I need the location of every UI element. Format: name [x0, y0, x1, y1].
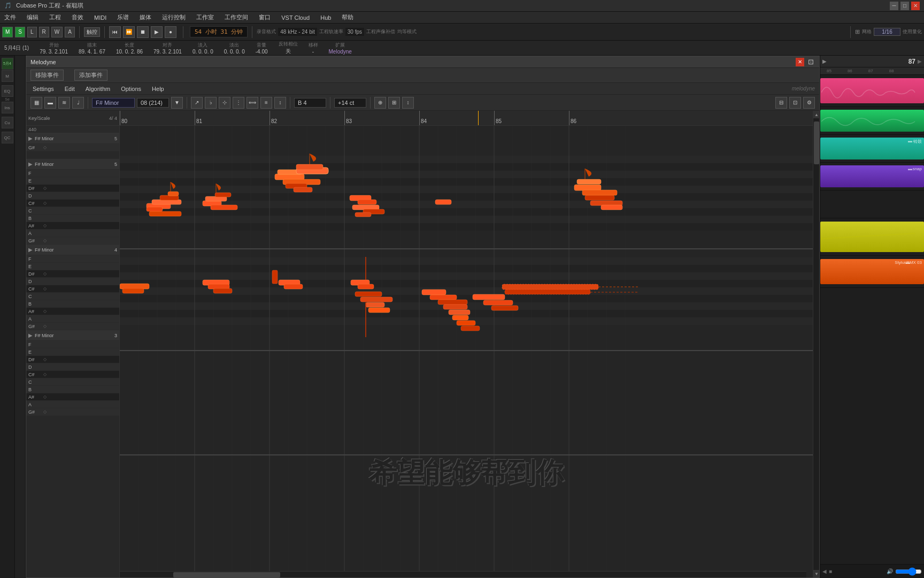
menu-transport[interactable]: 运行控制 [160, 12, 188, 22]
transport-s-button[interactable]: S [15, 27, 25, 37]
record-button[interactable]: ● [165, 26, 176, 38]
maximize-button[interactable]: □ [900, 2, 909, 10]
key-c#: C#◇ [26, 200, 119, 207]
right-footer-volume-slider[interactable] [895, 569, 922, 574]
section-3-arrow[interactable]: ▶ [28, 332, 33, 338]
melodyne-menu-help[interactable]: Help [150, 85, 166, 93]
pitch-offset-display[interactable]: +14 ct [334, 98, 366, 108]
section-5-number: 5 [114, 136, 117, 141]
key-g#-sharp: ◇ [43, 238, 47, 243]
close-button[interactable]: ✕ [911, 2, 920, 10]
key-g#-3: G#◇ [26, 408, 119, 416]
menu-hub[interactable]: Hub [318, 13, 333, 22]
melodyne-menu-algorithm[interactable]: Algorithm [83, 85, 112, 93]
rewind-button[interactable]: ⏮ [109, 26, 121, 38]
scroll-down-button[interactable]: ▼ [813, 570, 819, 577]
melodyne-menu-edit[interactable]: Edit [63, 85, 77, 93]
right-panel-header: ▶ 87 ▶ [820, 56, 924, 67]
right-footer-stop[interactable]: ■ [829, 568, 832, 574]
key-f: F [26, 170, 119, 177]
menu-audio[interactable]: 音效 [70, 12, 86, 22]
melodyne-close-button[interactable]: ✕ [796, 58, 804, 66]
num-down-button[interactable]: ▼ [171, 97, 183, 109]
melodyne-expand-button[interactable]: ⊡ [806, 58, 815, 66]
right-panel-label: ▶ [822, 58, 827, 64]
select-tool[interactable]: ⊹ [219, 97, 230, 109]
settings-icon-button[interactable]: ⚙ [803, 97, 815, 109]
menu-midi[interactable]: MIDI [92, 13, 109, 22]
arrow-tool[interactable]: ↗ [191, 97, 203, 109]
melodyne-h-scrollbar[interactable] [120, 571, 806, 577]
pitch-tool[interactable]: ♭ [205, 97, 217, 109]
time-tool[interactable]: ⟺ [247, 97, 258, 109]
sidebar-item-date[interactable]: 5月4 [2, 58, 13, 70]
menu-media[interactable]: 媒体 [137, 12, 153, 22]
melodyne-v-scrollbar[interactable]: ▲ ▼ [813, 111, 819, 577]
note-editor[interactable]: 80 81 82 83 84 85 86 [120, 111, 813, 577]
melodyne-menu-settings[interactable]: Settings [30, 85, 56, 93]
menu-vst[interactable]: VST Cloud [279, 13, 312, 22]
menu-window[interactable]: 窗口 [257, 12, 273, 22]
section-4-arrow[interactable]: ▶ [28, 247, 33, 253]
sidebar-item-qc[interactable]: QC [2, 132, 13, 143]
key-f-3: F [26, 341, 119, 348]
minimize-button[interactable]: ─ [890, 2, 898, 10]
v-scroll-thumb[interactable] [814, 121, 819, 164]
beat-display[interactable]: B 4 [294, 98, 326, 108]
scroll-up-button[interactable]: ▲ [813, 111, 819, 118]
zoom-button[interactable]: ⊡ [789, 97, 801, 109]
track-empty-1 [820, 191, 924, 218]
split-tool[interactable]: ⋮ [233, 97, 244, 109]
sidebar-item-m[interactable]: M [2, 70, 13, 82]
sidebar-item-ins[interactable]: Ins [2, 102, 13, 113]
app-icon: 🎵 [4, 2, 12, 9]
note-canvas[interactable]: 希望能够帮到你 [120, 126, 813, 577]
toolbar-note-button[interactable]: ♩ [72, 97, 84, 109]
sidebar-item-eq[interactable]: EQ [2, 85, 13, 97]
menu-file[interactable]: 文件 [2, 12, 18, 22]
menu-project[interactable]: 工程 [47, 12, 63, 22]
form-tool[interactable]: ↕ [274, 97, 286, 109]
menu-studio[interactable]: 工作室 [194, 12, 216, 22]
svg-rect-60 [205, 196, 227, 201]
menu-edit[interactable]: 编辑 [25, 12, 41, 22]
pitch-grid-button[interactable]: ↕ [402, 97, 414, 109]
touch-mode-button[interactable]: 触控 [84, 27, 100, 37]
toolbar-bar-button[interactable]: ▬ [44, 97, 56, 109]
svg-rect-97 [368, 308, 390, 313]
section-fm-arrow[interactable]: ▶ [28, 161, 33, 167]
transport-r-button[interactable]: R [39, 27, 49, 37]
h-scroll-thumb[interactable] [173, 572, 280, 577]
compensation-label: 工程声像补偿 [366, 28, 395, 35]
quantize-display[interactable]: 1/16 [874, 28, 900, 36]
sidebar-item-cu[interactable]: Cu [2, 117, 13, 128]
snap-button[interactable]: ⊕ [374, 97, 386, 109]
section-4-number: 4 [114, 247, 117, 253]
toolbar-grid-button[interactable]: ▦ [30, 97, 42, 109]
key-a-4: A [26, 315, 119, 323]
transport-l-button[interactable]: L [27, 27, 37, 37]
remove-event-button[interactable]: 移除事件 [30, 70, 64, 81]
view-button[interactable]: ⊟ [775, 97, 787, 109]
stop-button[interactable]: ⏹ [137, 26, 149, 38]
level-tool[interactable]: ≡ [260, 97, 272, 109]
menu-score[interactable]: 乐谱 [115, 12, 131, 22]
play-button[interactable]: ▶ [151, 26, 163, 38]
right-footer-prev[interactable]: ◀ [822, 568, 827, 574]
right-footer-vol[interactable]: 🔊 [887, 568, 893, 574]
key-scale-display[interactable]: F# Minor [92, 98, 135, 108]
grid-type-button[interactable]: ⊞ [388, 97, 400, 109]
transport-w-button[interactable]: W [51, 27, 63, 37]
transport-a-button[interactable]: A [65, 27, 75, 37]
section-5-arrow[interactable]: ▶ [28, 135, 33, 141]
toolbar-wave-button[interactable]: ≋ [58, 97, 70, 109]
transport-m-button[interactable]: M [2, 27, 13, 37]
menu-help[interactable]: 帮助 [340, 12, 356, 22]
num-display[interactable]: 08 (214) [137, 98, 169, 108]
fast-forward-button[interactable]: ⏩ [123, 26, 135, 38]
add-event-button[interactable]: 添加事件 [74, 70, 107, 81]
key-scale-label: Key/Scale [28, 116, 50, 121]
melodyne-menu-options[interactable]: Options [119, 85, 143, 93]
key-a#-4-sharp: ◇ [43, 309, 47, 314]
menu-workspace[interactable]: 工作空间 [222, 12, 250, 22]
